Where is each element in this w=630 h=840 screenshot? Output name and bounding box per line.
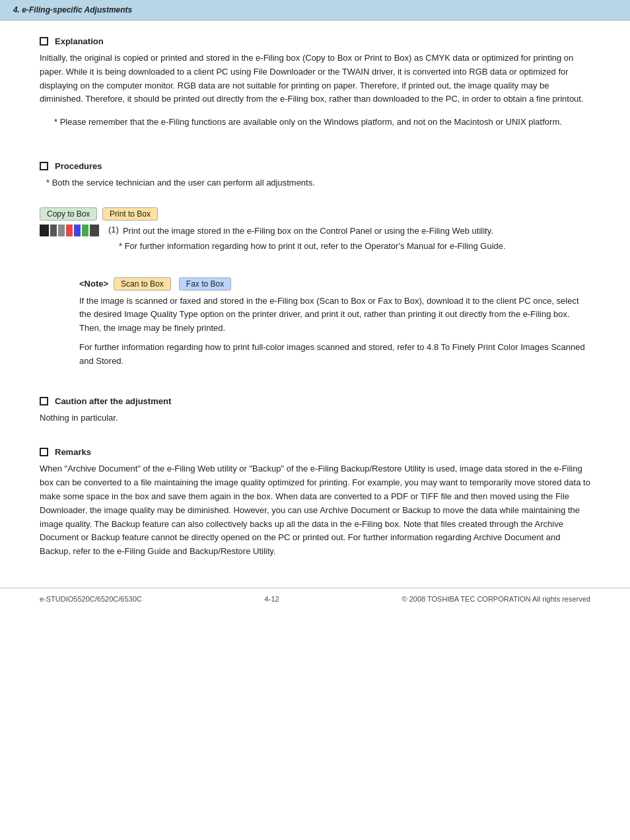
note-block: <Note> Scan to Box Fax to Box If the ima… [79, 277, 590, 368]
note-para2: For further information regarding how to… [79, 341, 590, 368]
procedures-title: Procedures [55, 161, 102, 171]
procedure-buttons-row: Copy to Box Print to Box [40, 207, 590, 221]
caution-section-title: Caution after the adjustment [40, 396, 590, 406]
header-text: 4. e-Filing-specific Adjustments [13, 5, 132, 15]
step1-subnote-text: * For further information regarding how … [119, 241, 506, 251]
caution-title: Caution after the adjustment [55, 396, 171, 406]
step1-text: Print out the image stored in the e-Fili… [123, 225, 493, 238]
footer-divider [0, 588, 630, 588]
explanation-title: Explanation [55, 36, 104, 46]
remarks-title: Remarks [55, 447, 91, 457]
explanation-checkbox-icon [40, 37, 48, 46]
footer-wrapper: e-STUDIO5520C/6520C/6530C 4-12 © 2008 TO… [0, 588, 630, 603]
bar-red [66, 225, 73, 236]
caution-checkbox-icon [40, 397, 48, 405]
procedures-section-title: Procedures [40, 161, 590, 171]
bar-dark [50, 225, 57, 236]
remarks-section-title: Remarks [40, 447, 590, 457]
step1-row: (1) Print out the image stored in the e-… [40, 225, 590, 238]
procedures-note-text: * Both the service technician and the us… [46, 178, 315, 188]
fax-to-box-button[interactable]: Fax to Box [179, 277, 231, 291]
remarks-checkbox-icon [40, 448, 48, 456]
explanation-note: * Please remember that the e-Filing func… [54, 116, 590, 129]
copy-to-box-button[interactable]: Copy to Box [40, 207, 97, 221]
note-body: If the image is scanned or faxed and sto… [79, 295, 590, 368]
remarks-body: When "Archive Document" of the e-Filing … [40, 462, 590, 559]
bar-mid [58, 225, 65, 236]
note-label: <Note> [79, 279, 108, 289]
note-para1: If the image is scanned or faxed and sto… [79, 295, 590, 335]
footer-center: 4-12 [265, 595, 279, 603]
step1-number: (1) [108, 225, 119, 234]
note-header: <Note> Scan to Box Fax to Box [79, 277, 590, 291]
main-content: Explanation Initially, the original is c… [0, 20, 630, 581]
print-to-box-button[interactable]: Print to Box [102, 207, 158, 221]
color-bars-icon [40, 225, 99, 236]
footer-right: © 2008 TOSHIBA TEC CORPORATION All right… [402, 595, 590, 603]
caution-body: Nothing in particular. [40, 411, 590, 425]
procedures-checkbox-icon [40, 162, 48, 170]
bar-green [82, 225, 88, 236]
step1-subnote: * For further information regarding how … [119, 241, 590, 251]
bar-blue [74, 225, 81, 236]
scan-to-box-button[interactable]: Scan to Box [114, 277, 171, 291]
explanation-section-title: Explanation [40, 36, 590, 46]
bar-black [40, 225, 49, 236]
explanation-body: Initially, the original is copied or pri… [40, 52, 590, 106]
footer-left: e-STUDIO5520C/6520C/6530C [40, 595, 142, 603]
footer: e-STUDIO5520C/6520C/6530C 4-12 © 2008 TO… [0, 595, 630, 603]
page-header: 4. e-Filing-specific Adjustments [0, 0, 630, 20]
bar-gray [90, 225, 99, 236]
procedures-note-asterisk: * Both the service technician and the us… [46, 176, 590, 190]
